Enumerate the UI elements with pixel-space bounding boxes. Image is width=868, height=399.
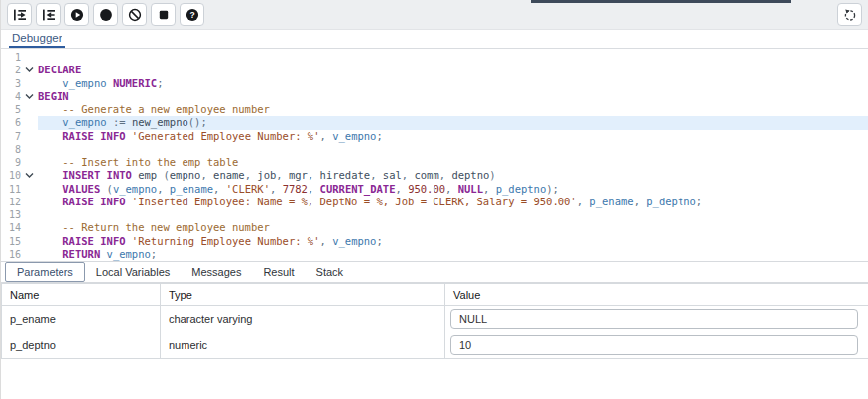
code-line-10[interactable]: 10 INSERT INTO emp (empno, ename, job, m…	[1, 169, 868, 182]
code-line-14[interactable]: 14 -- Return the new employee number	[1, 221, 868, 234]
fold-spacer	[21, 77, 38, 90]
code-line-1[interactable]: 1	[1, 51, 868, 64]
code-text: -- Return the new employee number	[38, 221, 868, 234]
tab-debugger[interactable]: Debugger	[9, 30, 65, 48]
fold-spacer	[21, 103, 38, 116]
stop-square-icon	[157, 8, 171, 22]
fold-spacer	[21, 116, 38, 129]
help-button[interactable]: ?	[180, 3, 204, 26]
code-line-3[interactable]: 3 v_empno NUMERIC;	[1, 77, 868, 90]
parameters-table: NameTypeValue p_enamecharacter varyingp_…	[1, 283, 868, 359]
code-line-2[interactable]: 2DECLARE	[1, 64, 868, 76]
step-over-icon	[42, 8, 56, 22]
line-number[interactable]: 8	[1, 143, 21, 156]
table-header-row: NameTypeValue	[2, 284, 868, 306]
fold-chevron-down-icon[interactable]	[21, 90, 38, 103]
fold-spacer	[21, 51, 38, 64]
tab-messages[interactable]: Messages	[181, 262, 252, 282]
line-number[interactable]: 7	[1, 130, 21, 143]
param-value-input[interactable]	[450, 335, 858, 355]
line-number[interactable]: 14	[1, 221, 21, 234]
toolbar-right-group	[837, 3, 862, 26]
fold-spacer	[21, 156, 38, 169]
column-header-type: Type	[161, 284, 445, 306]
svg-text:?: ?	[189, 10, 194, 20]
param-name-cell: p_ename	[2, 306, 161, 332]
line-number[interactable]: 4	[1, 90, 21, 103]
code-text: RAISE INFO 'Inserted Employee: Name = %,…	[38, 196, 868, 208]
code-text: BEGIN	[38, 90, 868, 103]
toggle-breakpoint-button[interactable]	[93, 3, 118, 26]
stop-button[interactable]	[151, 3, 176, 26]
column-header-name: Name	[2, 284, 161, 306]
code-text: RAISE INFO 'Returning Employee Number: %…	[38, 235, 868, 248]
debugger-window: ? Debugger 12DECLARE3 v_empno NUMERIC;4B…	[0, 0, 868, 399]
fold-spacer	[21, 221, 38, 234]
param-value-cell	[445, 306, 868, 332]
line-number[interactable]: 5	[1, 103, 21, 116]
tab-stack[interactable]: Stack	[306, 262, 355, 282]
line-number[interactable]: 10	[1, 169, 21, 182]
code-text: INSERT INTO emp (empno, ename, job, mgr,…	[38, 169, 868, 182]
code-text	[38, 143, 868, 156]
param-name-cell: p_deptno	[2, 332, 161, 359]
fold-spacer	[21, 248, 38, 261]
line-number[interactable]: 11	[1, 183, 21, 196]
code-text	[38, 51, 868, 64]
code-line-9[interactable]: 9 -- Insert into the emp table	[1, 156, 868, 169]
code-line-7[interactable]: 7 RAISE INFO 'Generated Employee Number:…	[1, 130, 868, 143]
code-text: DECLARE	[38, 64, 868, 76]
line-number[interactable]: 9	[1, 156, 21, 169]
fold-chevron-down-icon[interactable]	[21, 169, 38, 182]
param-type-cell: numeric	[161, 332, 445, 359]
param-value-input[interactable]	[450, 309, 858, 329]
clear-all-breakpoints-button[interactable]	[122, 3, 147, 26]
bottom-tabs: ParametersLocal VariablesMessagesResultS…	[1, 261, 868, 283]
code-line-11[interactable]: 11 VALUES (v_empno, p_ename, 'CLERK', 77…	[1, 183, 868, 196]
line-number[interactable]: 13	[1, 208, 21, 221]
line-number[interactable]: 1	[1, 51, 21, 64]
param-value-cell	[445, 332, 868, 359]
line-number[interactable]: 2	[1, 64, 21, 76]
reset-layout-button[interactable]	[837, 3, 862, 26]
code-line-15[interactable]: 15 RAISE INFO 'Returning Employee Number…	[1, 235, 868, 248]
table-row: p_deptnonumeric	[2, 332, 868, 359]
step-over-button[interactable]	[36, 3, 61, 26]
column-header-value: Value	[445, 284, 868, 306]
fold-chevron-down-icon[interactable]	[21, 64, 38, 76]
tab-result[interactable]: Result	[252, 262, 305, 282]
line-number[interactable]: 16	[1, 248, 21, 261]
step-into-button[interactable]	[7, 3, 32, 26]
code-line-5[interactable]: 5 -- Generate a new employee number	[1, 103, 868, 116]
line-number[interactable]: 6	[1, 116, 21, 129]
debugger-toolbar: ?	[1, 0, 868, 30]
table-row: p_enamecharacter varying	[2, 306, 868, 332]
continue-play-icon	[70, 8, 84, 22]
fold-spacer	[21, 208, 38, 221]
tab-local-variables[interactable]: Local Variables	[85, 262, 181, 282]
line-number[interactable]: 15	[1, 235, 21, 248]
code-text: -- Generate a new employee number	[38, 103, 868, 116]
code-line-16[interactable]: 16 RETURN v_empno;	[1, 248, 868, 261]
line-number[interactable]: 3	[1, 77, 21, 90]
code-text	[38, 208, 868, 221]
no-entry-icon	[128, 8, 142, 22]
code-line-6[interactable]: 6 v_empno := new_empno();	[1, 116, 868, 129]
step-into-icon	[13, 8, 27, 22]
continue-button[interactable]	[64, 3, 89, 26]
line-number[interactable]: 12	[1, 196, 21, 208]
window-edge-strip	[531, 0, 791, 3]
code-line-8[interactable]: 8	[1, 143, 868, 156]
code-text: VALUES (v_empno, p_ename, 'CLERK', 7782,…	[38, 183, 868, 196]
fold-spacer	[21, 235, 38, 248]
fold-spacer	[21, 130, 38, 143]
breakpoint-dot-icon	[99, 8, 113, 22]
code-line-4[interactable]: 4BEGIN	[1, 90, 868, 103]
code-line-12[interactable]: 12 RAISE INFO 'Inserted Employee: Name =…	[1, 196, 868, 208]
table-body: p_enamecharacter varyingp_deptnonumeric	[2, 306, 868, 359]
fold-spacer	[21, 196, 38, 208]
code-line-13[interactable]: 13	[1, 208, 868, 221]
tab-parameters[interactable]: Parameters	[5, 262, 85, 282]
code-editor[interactable]: 12DECLARE3 v_empno NUMERIC;4BEGIN5 -- Ge…	[1, 49, 868, 261]
toolbar-button-group: ?	[7, 3, 204, 26]
